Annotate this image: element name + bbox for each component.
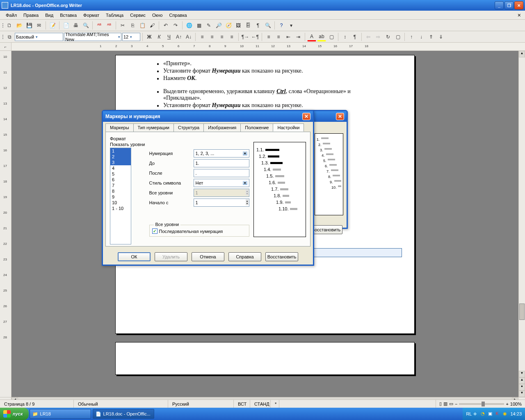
toolbar-grip[interactable] [2,35,4,39]
zoom-in-icon[interactable]: + [506,402,508,406]
line-spacing-icon[interactable]: ↕ [340,32,349,41]
autospell-icon[interactable]: ᴬᴮ [105,21,114,30]
browse-select-icon[interactable]: ● [519,384,525,390]
find-icon[interactable]: 🔎 [214,21,223,30]
zoom-out-icon[interactable]: − [455,402,457,406]
tray-network-icon[interactable]: ▣ [488,411,494,417]
font-color-icon[interactable]: A [307,32,316,41]
view-book-icon[interactable]: ▭ [449,401,453,406]
zoom-icon[interactable]: 🔍 [263,21,272,30]
minimize-button[interactable]: _ [495,1,504,9]
styles-window-icon[interactable]: ⧉ [5,32,14,41]
edit-doc-icon[interactable]: 📝 [48,21,57,30]
paragraph-style-select[interactable]: Базовый [15,33,63,41]
align-center-icon[interactable]: ≡ [208,32,217,41]
tray-volume-icon[interactable]: ◉ [503,411,509,417]
font-size-select[interactable]: 12 [122,33,140,41]
highlight-icon[interactable]: ab [317,32,326,41]
cancel-button[interactable]: Отмена [192,252,224,261]
spellcheck-icon[interactable]: ᴬᴮ [95,21,104,30]
menu-help[interactable]: Справка [166,12,190,18]
tray-lang[interactable]: RL [466,411,472,416]
status-insert[interactable]: ВСТ [234,400,250,408]
gallery-icon[interactable]: 🖼 [234,21,243,30]
copy-icon[interactable]: ⎘ [128,21,137,30]
view-multi-icon[interactable]: ▥ [443,401,447,406]
next-page-icon[interactable]: ▼ [519,390,525,397]
levels-listbox[interactable]: 123456789101 - 10 [110,148,131,244]
tray-av-icon[interactable]: K [495,411,501,417]
ltr-icon[interactable]: ¶→ [241,32,250,41]
menu-insert[interactable]: Вставка [57,12,80,18]
bold-icon[interactable]: Ж [145,32,154,41]
checkbox-consecutive[interactable]: ✓ Последовательная нумерация [152,228,247,234]
table-icon[interactable]: ▦ [194,21,203,30]
indent-increase-icon[interactable]: ⇥ [294,32,303,41]
tray-update-icon[interactable]: ◔ [481,411,486,417]
vertical-scrollbar[interactable]: ▲ ▼ ▲ ● ▼ [518,51,525,397]
align-left-icon[interactable]: ≡ [198,32,207,41]
help-icon[interactable]: ? [277,21,286,30]
next-record-icon[interactable]: ⇨ [374,32,383,41]
dialog-back-reset-button[interactable]: Восстановить [310,225,342,234]
help-button[interactable]: Справка [228,252,261,261]
tab-numbering-type[interactable]: Тип нумерации [133,123,174,132]
tray-clock[interactable]: 14:23 [510,411,522,416]
field-start-spinner[interactable]: 1 [194,199,250,207]
vertical-ruler[interactable]: 10111213141516171819202122232425262728 [0,51,11,397]
menu-view[interactable]: Вид [42,12,57,18]
system-tray[interactable]: RL ◆ ◔ ▣ K ◉ 14:23 [463,408,525,420]
restore-button[interactable]: ❐ [504,1,514,9]
rtl-icon[interactable]: ←¶ [251,32,260,41]
reset-button[interactable]: Восстановить [265,252,298,261]
subscript-icon[interactable]: A↓ [184,32,193,41]
field-before-input[interactable]: 1. [194,159,250,167]
prev-record-icon[interactable]: ⇦ [364,32,373,41]
tab-bullets[interactable]: Маркеры [105,123,134,132]
status-style[interactable]: Обычный [74,400,168,408]
save-icon[interactable]: 💾 [25,21,34,30]
align-right-icon[interactable]: ≡ [217,32,226,41]
zoom-slider[interactable] [459,403,504,405]
tab-position[interactable]: Положение [240,123,273,132]
open-icon[interactable]: 📂 [15,21,24,30]
move-down-icon[interactable]: ⇓ [436,32,445,41]
start-button[interactable]: пуск [0,408,29,420]
promote-icon[interactable]: ↑ [407,32,416,41]
draw-icon[interactable]: ✎ [204,21,213,30]
document-close-icon[interactable]: × [516,12,523,18]
close-button[interactable]: ✕ [514,1,523,9]
tab-graphics[interactable]: Изображения [203,123,241,132]
menu-format[interactable]: Формат [80,12,103,18]
view-single-icon[interactable]: ▯ [439,401,442,406]
restart-icon[interactable]: ↻ [383,32,393,41]
status-language[interactable]: Русский [168,400,234,408]
font-name-select[interactable]: Thorndale AMT;Times New [64,33,121,41]
tab-options[interactable]: Настройки [273,123,304,132]
menu-window[interactable]: Окно [149,12,166,18]
cut-icon[interactable]: ✂ [118,21,127,30]
new-doc-icon[interactable]: 🗋 [5,21,14,30]
zoom-value[interactable]: 100% [510,402,522,406]
scroll-down-icon[interactable]: ▼ [519,371,525,377]
paste-icon[interactable]: 📋 [138,21,147,30]
status-selection[interactable]: СТАНД [250,400,271,408]
menu-tools[interactable]: Сервис [127,12,149,18]
tab-outline[interactable]: Структура [173,123,204,132]
horizontal-ruler[interactable]: 123456789101112131415161718 [11,43,525,50]
dialog-back-close-icon[interactable]: ✕ [336,113,344,120]
italic-icon[interactable]: К [155,32,164,41]
preview-icon[interactable]: 🔍 [81,21,90,30]
undo-icon[interactable]: ↶ [161,21,170,30]
demote-icon[interactable]: ↓ [417,32,426,41]
toolbar-grip[interactable] [2,23,4,27]
taskbar-folder-button[interactable]: 📁 LR18 [30,409,91,419]
datasources-icon[interactable]: 🗄 [244,21,253,30]
ok-button[interactable]: ОК [118,252,151,261]
numbering-icon[interactable]: ≡ [264,32,273,41]
redo-icon[interactable]: ↷ [171,21,180,30]
scroll-up-icon[interactable]: ▲ [519,51,525,57]
bullets-icon[interactable]: ≡ [274,32,283,41]
align-justify-icon[interactable]: ≡ [227,32,236,41]
prev-page-icon[interactable]: ▲ [519,377,525,384]
